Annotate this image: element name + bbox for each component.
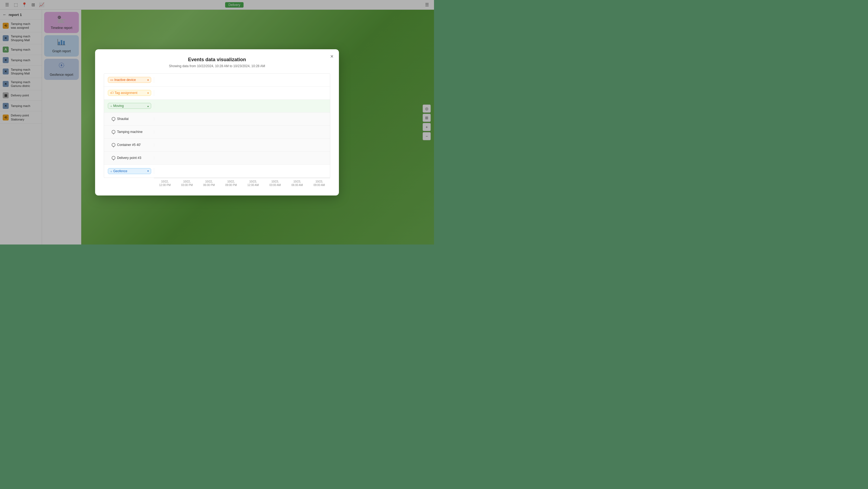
row-label-shauliai: Shauliai — [104, 117, 154, 121]
tag-chevron: ▾ — [147, 92, 149, 95]
geofence-badge[interactable]: ⬦ Geofence ▾ — [108, 168, 151, 174]
modal-overlay: × Events data visualization Showing data… — [0, 0, 434, 244]
moving-icon: ⬦ — [110, 104, 112, 108]
inactive-label: Inactive device — [114, 78, 136, 82]
inactive-icon: ▭ — [110, 78, 113, 82]
modal-close-button[interactable]: × — [330, 54, 334, 59]
time-axis: 10/22, 12:00 PM 10/22, 03:00 PM 10/22, 0… — [154, 178, 330, 188]
time-label-6: 10/23, 06:00 AM — [286, 180, 308, 187]
time-label-5: 10/23, 03:00 AM — [264, 180, 286, 187]
tag-label: Tag assignment — [115, 91, 137, 95]
tag-badge[interactable]: 🏷 Tag assignment ▾ — [108, 90, 151, 96]
time-label-0: 10/22, 12:00 PM — [154, 180, 176, 187]
row-label-delivery3: Delivery point #3 — [104, 156, 154, 160]
inactive-chevron: ▾ — [147, 78, 149, 82]
row-label-container: Container #5 40' — [104, 143, 154, 147]
shauliai-location-icon — [112, 117, 116, 121]
shauliai-label: Shauliai — [117, 117, 129, 121]
row-inactive: ▭ Inactive device ▾ — [104, 74, 330, 87]
geofence-chevron: ▾ — [147, 169, 149, 172]
chart-wrapper: ▭ Inactive device ▾ — [104, 73, 330, 178]
row-label-tamping: Tamping machine — [104, 130, 154, 134]
tamping-label: Tamping machine — [117, 130, 143, 134]
time-label-4: 10/23, 12:00 AM — [242, 180, 264, 187]
tag-icon: 🏷 — [110, 91, 114, 95]
row-delivery-point3: Delivery point #3 — [104, 152, 330, 165]
row-geofence: ⬦ Geofence ▾ — [104, 165, 330, 177]
row-tag: 🏷 Tag assignment ▾ — [104, 87, 330, 100]
row-container: Container #5 40' — [104, 139, 330, 152]
time-label-1: 10/22, 03:00 PM — [176, 180, 198, 187]
modal-subtitle: Showing data from 10/22/2024, 10:28 AM t… — [104, 64, 330, 68]
geofence-row-icon: ⬦ — [110, 169, 112, 173]
time-label-3: 10/22, 09:00 PM — [220, 180, 242, 187]
container-label: Container #5 40' — [117, 143, 141, 147]
time-label-7: 10/23, 09:00 AM — [308, 180, 330, 187]
delivery3-location-icon — [112, 156, 116, 160]
moving-label: Moving — [113, 104, 124, 108]
time-label-2: 10/22, 06:00 PM — [198, 180, 220, 187]
row-moving: ⬦ Moving ▴ — [104, 100, 330, 112]
row-label-tag: 🏷 Tag assignment ▾ — [104, 90, 154, 96]
moving-chevron: ▴ — [147, 104, 149, 107]
row-label-moving: ⬦ Moving ▴ — [104, 103, 154, 109]
row-shauliai: Shauliai — [104, 112, 330, 126]
row-label-inactive: ▭ Inactive device ▾ — [104, 77, 154, 83]
inactive-badge[interactable]: ▭ Inactive device ▾ — [108, 77, 151, 83]
row-label-geofence: ⬦ Geofence ▾ — [104, 168, 154, 174]
delivery3-label: Delivery point #3 — [117, 156, 141, 160]
modal-title: Events data visualization — [104, 57, 330, 63]
container-location-icon — [112, 143, 116, 147]
geofence-row-label: Geofence — [113, 169, 127, 173]
row-tamping-machine: Tamping machine — [104, 126, 330, 139]
modal-dialog: × Events data visualization Showing data… — [95, 49, 339, 195]
tamping-location-icon — [112, 130, 116, 134]
moving-badge[interactable]: ⬦ Moving ▴ — [108, 103, 151, 109]
